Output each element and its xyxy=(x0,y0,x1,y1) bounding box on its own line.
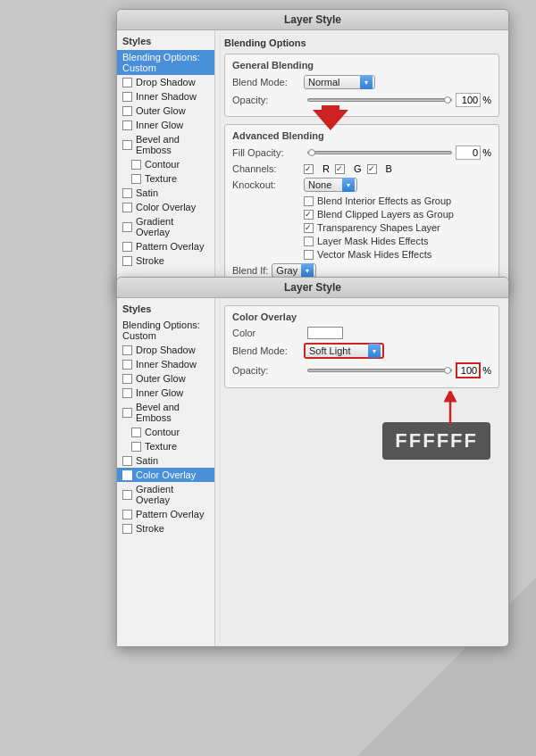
bottom-stroke-cb[interactable] xyxy=(122,524,132,534)
top-sidebar: Styles Blending Options: Custom Drop Sha… xyxy=(117,30,215,289)
bevel-emboss-checkbox[interactable] xyxy=(122,140,132,150)
blend-clipped-row: Blend Clipped Layers as Group xyxy=(304,209,491,220)
advanced-checkboxes: Blend Interior Effects as Group Blend Cl… xyxy=(304,195,491,260)
sidebar-item-stroke-top[interactable]: Stroke xyxy=(117,253,214,268)
blend-mode-value-bottom: Soft Light xyxy=(309,345,350,356)
sidebar-item-texture[interactable]: Texture xyxy=(117,171,214,186)
opacity-row-bottom: Opacity: % xyxy=(232,362,491,378)
bottom-sidebar-contour[interactable]: Contour xyxy=(117,425,214,439)
blend-if-select[interactable]: Gray ▾ xyxy=(272,263,316,278)
bottom-gradient-overlay-cb[interactable] xyxy=(122,490,132,500)
layer-mask-checkbox[interactable] xyxy=(304,237,314,246)
layer-mask-row: Layer Mask Hides Effects xyxy=(304,236,491,246)
advanced-blending-label: Advanced Blending xyxy=(232,130,491,141)
opacity-input-top[interactable] xyxy=(456,93,481,107)
sidebar-item-color-overlay-top[interactable]: Color Overlay xyxy=(117,200,214,214)
bottom-sidebar-outer-glow[interactable]: Outer Glow xyxy=(117,371,214,386)
fill-opacity-input[interactable] xyxy=(456,145,481,160)
channel-b-checkbox[interactable] xyxy=(367,164,377,174)
satin-checkbox[interactable] xyxy=(122,188,132,198)
fill-opacity-slider[interactable] xyxy=(307,151,452,154)
bottom-sidebar-inner-shadow[interactable]: Inner Shadow xyxy=(117,357,214,371)
bottom-sidebar-pattern-overlay[interactable]: Pattern Overlay xyxy=(117,507,214,521)
blend-mode-label-bottom: Blend Mode: xyxy=(232,345,304,356)
bottom-dialog-title: Layer Style xyxy=(284,281,341,294)
gradient-overlay-top-checkbox[interactable] xyxy=(122,222,132,232)
annotation-area: FFFFFF xyxy=(224,395,499,503)
sidebar-item-inner-shadow[interactable]: Inner Shadow xyxy=(117,89,214,104)
bottom-texture-cb[interactable] xyxy=(131,442,141,452)
channels-row: Channels: R G B xyxy=(232,163,491,174)
blend-mode-arrow-bottom: ▾ xyxy=(368,344,381,358)
bottom-contour-cb[interactable] xyxy=(131,428,141,437)
svg-marker-0 xyxy=(313,105,348,130)
sidebar-item-bevel-emboss[interactable]: Bevel and Emboss xyxy=(117,132,214,157)
opacity-slider-top[interactable] xyxy=(307,98,452,102)
blend-if-row: Blend If: Gray ▾ xyxy=(232,263,491,278)
sidebar-item-inner-glow[interactable]: Inner Glow xyxy=(117,118,214,132)
blending-options-header: Blending Options xyxy=(224,37,499,48)
blend-interior-checkbox[interactable] xyxy=(304,196,314,206)
blend-if-label: Blend If: xyxy=(232,265,268,276)
blend-mode-arrow-top: ▾ xyxy=(360,75,373,89)
bottom-outer-glow-cb[interactable] xyxy=(122,374,132,384)
contour-checkbox[interactable] xyxy=(131,160,141,170)
bottom-sidebar-gradient-overlay[interactable]: Gradient Overlay xyxy=(117,482,214,507)
bottom-sidebar-color-overlay[interactable]: ✓ Color Overlay xyxy=(117,468,214,482)
bottom-dialog-body: Styles Blending Options: Custom Drop Sha… xyxy=(117,298,508,646)
drop-shadow-checkbox[interactable] xyxy=(122,78,132,87)
channels-options: R G B xyxy=(304,163,392,174)
sidebar-item-satin[interactable]: Satin xyxy=(117,186,214,200)
vector-mask-checkbox[interactable] xyxy=(304,250,314,260)
sidebar-item-pattern-overlay-top[interactable]: Pattern Overlay xyxy=(117,239,214,253)
top-dialog-titlebar: Layer Style xyxy=(117,10,508,30)
bottom-inner-glow-cb[interactable] xyxy=(122,388,132,398)
opacity-thumb-top[interactable] xyxy=(444,96,451,104)
sidebar-item-blending-options[interactable]: Blending Options: Custom xyxy=(117,50,214,75)
blend-clipped-checkbox[interactable] xyxy=(304,210,314,220)
blend-mode-row-bottom: Blend Mode: Soft Light ▾ xyxy=(232,343,491,359)
bottom-sidebar-stroke[interactable]: Stroke xyxy=(117,521,214,536)
bottom-sidebar-satin[interactable]: Satin xyxy=(117,453,214,468)
sidebar-item-contour[interactable]: Contour xyxy=(117,157,214,171)
fill-opacity-row: Fill Opacity: % xyxy=(232,145,491,160)
bottom-sidebar-blending-options[interactable]: Blending Options: Custom xyxy=(117,318,214,343)
knockout-select[interactable]: None ▾ xyxy=(304,178,357,192)
top-sidebar-title: Styles xyxy=(117,34,214,50)
opacity-unit-top: % xyxy=(482,95,491,105)
texture-checkbox[interactable] xyxy=(131,174,141,184)
color-swatch[interactable] xyxy=(307,327,343,339)
channel-r-checkbox[interactable] xyxy=(304,164,314,174)
outer-glow-checkbox[interactable] xyxy=(122,106,132,116)
bottom-sidebar-drop-shadow[interactable]: Drop Shadow xyxy=(117,343,214,357)
bottom-sidebar-texture[interactable]: Texture xyxy=(117,439,214,453)
knockout-arrow: ▾ xyxy=(342,178,355,192)
sidebar-item-drop-shadow[interactable]: Drop Shadow xyxy=(117,75,214,89)
sidebar-item-gradient-overlay-top[interactable]: Gradient Overlay xyxy=(117,214,214,239)
fill-opacity-thumb[interactable] xyxy=(308,149,315,156)
color-overlay-top-checkbox[interactable] xyxy=(122,203,132,212)
bottom-color-overlay-cb[interactable]: ✓ xyxy=(122,470,132,480)
bottom-pattern-overlay-cb[interactable] xyxy=(122,510,132,519)
vector-mask-row: Vector Mask Hides Effects xyxy=(304,249,491,260)
stroke-top-checkbox[interactable] xyxy=(122,256,132,266)
bottom-drop-shadow-cb[interactable] xyxy=(122,345,132,355)
opacity-thumb-bottom[interactable] xyxy=(444,367,451,374)
bottom-bevel-emboss-cb[interactable] xyxy=(122,408,132,418)
bottom-satin-cb[interactable] xyxy=(122,456,132,466)
bottom-sidebar-inner-glow[interactable]: Inner Glow xyxy=(117,386,214,400)
sidebar-item-outer-glow[interactable]: Outer Glow xyxy=(117,104,214,118)
channel-g-checkbox[interactable] xyxy=(335,164,345,174)
blend-mode-select-bottom[interactable]: Soft Light ▾ xyxy=(304,343,384,359)
channels-label: Channels: xyxy=(232,163,304,174)
bottom-inner-shadow-cb[interactable] xyxy=(122,360,132,370)
bottom-sidebar-bevel-emboss[interactable]: Bevel and Emboss xyxy=(117,400,214,425)
bottom-dialog-titlebar: Layer Style xyxy=(117,278,508,298)
pattern-overlay-top-checkbox[interactable] xyxy=(122,242,132,252)
transparency-shapes-checkbox[interactable] xyxy=(304,223,314,233)
opacity-slider-bottom[interactable] xyxy=(307,369,452,372)
blend-mode-select-top[interactable]: Normal ▾ xyxy=(304,75,375,89)
inner-glow-checkbox[interactable] xyxy=(122,120,132,130)
opacity-input-bottom[interactable] xyxy=(456,362,481,378)
inner-shadow-checkbox[interactable] xyxy=(122,92,132,102)
